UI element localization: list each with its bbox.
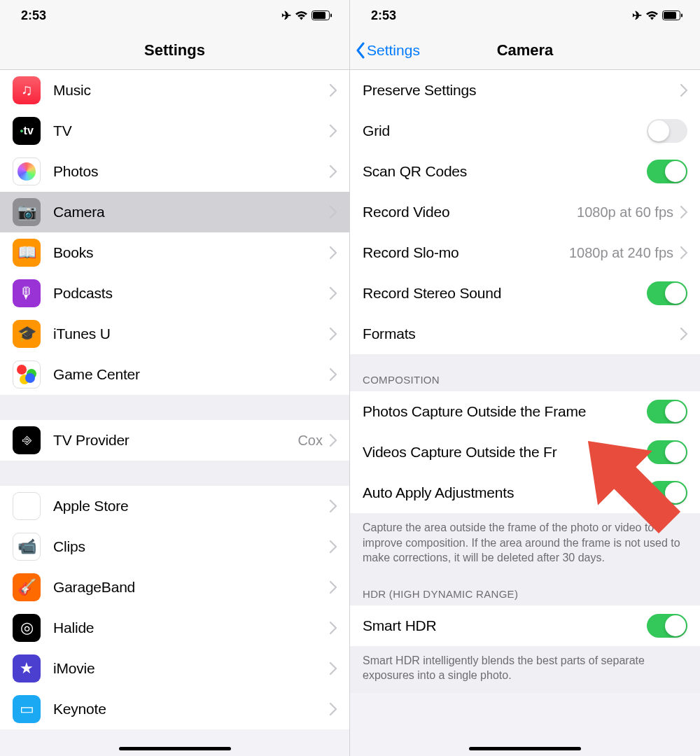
row-label: iTunes U (53, 326, 330, 342)
row-value: 1080p at 240 fps (569, 245, 673, 261)
videos-outside-frame-toggle[interactable] (647, 440, 687, 464)
chevron-icon (680, 246, 687, 259)
settings-row-halide[interactable]: ◎ Halide (0, 608, 349, 648)
settings-list-group1: ♫ Music ●tv TV Photos 📷 Camera 📖 Books 🎙… (0, 70, 349, 395)
auto-apply-toggle[interactable] (647, 481, 687, 505)
record-stereo-toggle[interactable] (647, 281, 687, 305)
row-label: Record Stereo Sound (363, 285, 647, 302)
battery-icon (312, 10, 332, 20)
row-label: Photos (53, 163, 330, 180)
camera-row-smart-hdr[interactable]: Smart HDR (350, 606, 700, 646)
camera-icon: 📷 (13, 198, 41, 226)
camera-row-record-slomo[interactable]: Record Slo-mo 1080p at 240 fps (350, 232, 700, 273)
chevron-icon (330, 328, 337, 340)
books-icon: 📖 (13, 239, 41, 267)
settings-row-applestore[interactable]: 🛍 Apple Store (0, 486, 349, 526)
chevron-icon (330, 622, 337, 634)
section-footer-hdr: Smart HDR intelligently blends the best … (350, 646, 700, 693)
clips-icon: 📹 (13, 533, 41, 561)
section-header-composition: COMPOSITION (350, 354, 700, 391)
chevron-icon (680, 328, 687, 340)
camera-settings-screen: 2:53 ✈ Settings Camera Preserve Settings… (350, 0, 700, 756)
camera-list-hdr: Smart HDR (350, 606, 700, 646)
chevron-icon (330, 165, 337, 178)
wifi-icon (645, 10, 659, 20)
settings-row-photos[interactable]: Photos (0, 151, 349, 192)
grid-toggle[interactable] (647, 119, 687, 143)
tvprovider-icon: ⎆ (13, 426, 41, 454)
camera-list-composition: Photos Capture Outside the Frame Videos … (350, 391, 700, 513)
chevron-icon (330, 703, 337, 715)
nav-bar: Settings (0, 31, 349, 70)
row-label: TV (53, 122, 330, 139)
section-gap (0, 395, 349, 420)
row-label: iMovie (53, 660, 330, 677)
itunesu-icon: 🎓 (13, 320, 41, 348)
status-time: 2:53 (371, 8, 396, 23)
row-label: Podcasts (53, 285, 330, 302)
camera-row-formats[interactable]: Formats (350, 314, 700, 354)
settings-row-books[interactable]: 📖 Books (0, 232, 349, 273)
row-label: Books (53, 244, 330, 261)
row-label: Record Slo-mo (363, 244, 569, 261)
keynote-icon: ▭ (13, 695, 41, 723)
settings-row-garageband[interactable]: 🎸 GarageBand (0, 567, 349, 608)
chevron-icon (330, 287, 337, 300)
back-button[interactable]: Settings (356, 42, 420, 59)
photos-outside-frame-toggle[interactable] (647, 400, 687, 424)
row-label: Auto Apply Adjustments (363, 484, 647, 501)
status-bar: 2:53 ✈ (0, 0, 349, 31)
back-label: Settings (367, 42, 420, 59)
settings-row-clips[interactable]: 📹 Clips (0, 526, 349, 567)
camera-row-photos-outside-frame[interactable]: Photos Capture Outside the Frame (350, 391, 700, 432)
chevron-icon (330, 84, 337, 97)
settings-row-tvprovider[interactable]: ⎆ TV Provider Cox (0, 420, 349, 461)
svg-rect-1 (313, 12, 326, 19)
status-time: 2:53 (21, 8, 46, 23)
home-indicator (119, 747, 231, 750)
camera-row-scan-qr[interactable]: Scan QR Codes (350, 151, 700, 192)
settings-row-camera[interactable]: 📷 Camera (0, 192, 349, 232)
camera-row-preserve-settings[interactable]: Preserve Settings (350, 70, 700, 111)
row-value: Cox (298, 433, 323, 449)
settings-list-group3: 🛍 Apple Store 📹 Clips 🎸 GarageBand ◎ Hal… (0, 486, 349, 729)
chevron-icon (330, 581, 337, 594)
settings-list-group2: ⎆ TV Provider Cox (0, 420, 349, 461)
smart-hdr-toggle[interactable] (647, 614, 687, 638)
row-label: GarageBand (53, 579, 330, 596)
chevron-icon (330, 662, 337, 675)
camera-row-grid[interactable]: Grid (350, 111, 700, 151)
home-indicator (469, 747, 581, 750)
settings-row-imovie[interactable]: ★ iMovie (0, 648, 349, 689)
camera-row-videos-outside-frame[interactable]: Videos Capture Outside the Fr (350, 432, 700, 472)
settings-row-tv[interactable]: ●tv TV (0, 111, 349, 151)
scan-qr-toggle[interactable] (647, 160, 687, 183)
row-label: Apple Store (53, 498, 330, 514)
svg-rect-5 (681, 14, 682, 18)
camera-row-record-video[interactable]: Record Video 1080p at 60 fps (350, 192, 700, 232)
row-label: Music (53, 82, 330, 99)
chevron-icon (330, 434, 337, 447)
row-label: Record Video (363, 204, 577, 220)
wifi-icon (295, 10, 308, 20)
settings-row-gamecenter[interactable]: Game Center (0, 354, 349, 395)
camera-row-auto-apply[interactable]: Auto Apply Adjustments (350, 472, 700, 513)
settings-row-music[interactable]: ♫ Music (0, 70, 349, 111)
settings-row-keynote[interactable]: ▭ Keynote (0, 689, 349, 729)
status-bar: 2:53 ✈ (350, 0, 700, 31)
chevron-icon (330, 206, 337, 218)
row-value: 1080p at 60 fps (577, 204, 673, 220)
podcasts-icon: 🎙 (13, 279, 41, 307)
svg-rect-4 (664, 12, 676, 19)
settings-row-podcasts[interactable]: 🎙 Podcasts (0, 273, 349, 314)
camera-row-record-stereo[interactable]: Record Stereo Sound (350, 273, 700, 314)
row-label: Scan QR Codes (363, 163, 647, 180)
chevron-icon (330, 246, 337, 259)
garageband-icon: 🎸 (13, 573, 41, 601)
chevron-icon (680, 206, 687, 218)
battery-icon (662, 10, 683, 20)
airplane-icon: ✈ (632, 8, 642, 23)
settings-row-itunesu[interactable]: 🎓 iTunes U (0, 314, 349, 354)
row-label: TV Provider (53, 432, 298, 449)
camera-list-1: Preserve Settings Grid Scan QR Codes Rec… (350, 70, 700, 354)
